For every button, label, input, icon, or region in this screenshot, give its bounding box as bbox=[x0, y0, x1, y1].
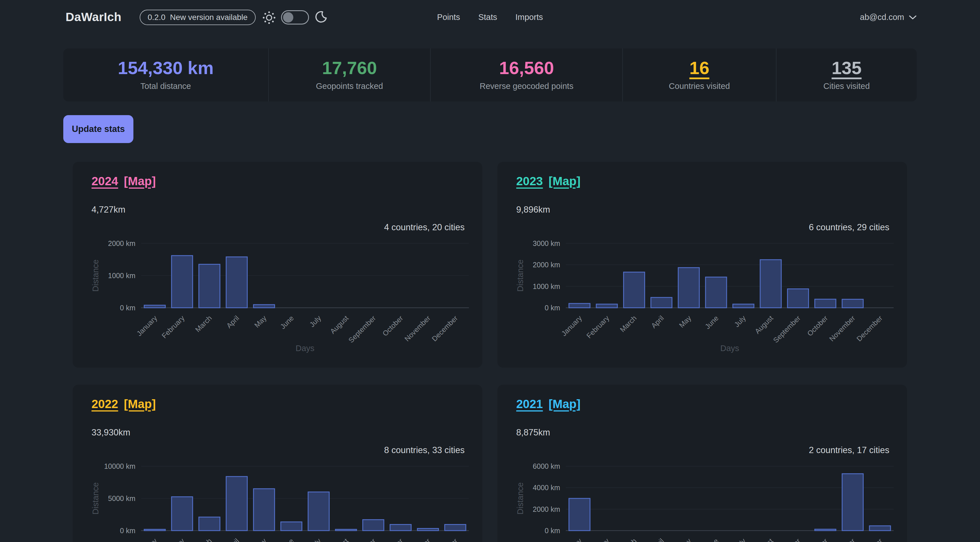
year-card-2023: 2023 [Map] 9,896km 6 countries, 29 citie… bbox=[497, 162, 907, 367]
top-navbar: DaWarIch 0.2.0 New version available Poi… bbox=[0, 0, 980, 34]
svg-text:September: September bbox=[772, 537, 802, 542]
svg-text:March: March bbox=[194, 537, 213, 542]
stat-countries: 16 Countries visited bbox=[622, 48, 776, 102]
user-email: ab@cd.com bbox=[860, 13, 904, 22]
year-summary: 4 countries, 20 cities bbox=[384, 222, 465, 232]
svg-text:November: November bbox=[403, 537, 431, 542]
svg-text:May: May bbox=[678, 537, 693, 542]
svg-text:0 km: 0 km bbox=[120, 527, 135, 535]
year-link[interactable]: 2023 bbox=[516, 175, 543, 188]
svg-text:Distance: Distance bbox=[91, 260, 100, 292]
version-number: 0.2.0 bbox=[148, 13, 165, 22]
update-stats-button[interactable]: Update stats bbox=[63, 115, 134, 143]
svg-text:6000 km: 6000 km bbox=[533, 462, 560, 470]
map-link[interactable]: [Map] bbox=[124, 175, 156, 188]
svg-text:February: February bbox=[585, 537, 611, 542]
svg-text:April: April bbox=[650, 314, 665, 330]
stat-countries-label: Countries visited bbox=[669, 81, 730, 91]
svg-text:December: December bbox=[855, 537, 884, 542]
version-badge[interactable]: 0.2.0 New version available bbox=[140, 10, 256, 25]
svg-text:5000 km: 5000 km bbox=[108, 494, 135, 502]
svg-text:Days: Days bbox=[720, 344, 739, 353]
version-text: New version available bbox=[170, 13, 247, 22]
svg-text:May: May bbox=[253, 537, 268, 542]
svg-text:Days: Days bbox=[296, 344, 314, 353]
year-link[interactable]: 2021 bbox=[516, 397, 543, 411]
year-bar-chart: 6000 km4000 km2000 km0 kmJanuaryFebruary… bbox=[505, 455, 899, 542]
map-link[interactable]: [Map] bbox=[549, 397, 581, 411]
stats-strip: 154,330 km Total distance 17,760 Geopoin… bbox=[63, 48, 917, 102]
svg-text:April: April bbox=[225, 314, 240, 330]
svg-text:4000 km: 4000 km bbox=[533, 483, 560, 491]
svg-text:0 km: 0 km bbox=[545, 304, 560, 312]
svg-text:January: January bbox=[135, 537, 159, 542]
svg-text:July: July bbox=[308, 314, 323, 329]
year-summary: 6 countries, 29 cities bbox=[809, 222, 889, 232]
year-bar-chart: 2000 km1000 km0 kmJanuaryFebruaryMarchAp… bbox=[81, 232, 474, 360]
nav-points[interactable]: Points bbox=[437, 13, 460, 22]
svg-text:June: June bbox=[278, 537, 295, 542]
svg-text:December: December bbox=[430, 314, 459, 343]
svg-text:October: October bbox=[381, 537, 404, 542]
svg-text:March: March bbox=[618, 314, 638, 334]
year-card-title: 2022 [Map] bbox=[92, 397, 156, 411]
svg-text:2000 km: 2000 km bbox=[533, 505, 560, 513]
svg-text:November: November bbox=[403, 314, 431, 343]
svg-text:May: May bbox=[678, 314, 693, 329]
svg-text:November: November bbox=[827, 314, 856, 343]
svg-text:June: June bbox=[703, 537, 720, 542]
year-distance: 4,727km bbox=[92, 205, 126, 215]
svg-text:1000 km: 1000 km bbox=[108, 272, 135, 280]
svg-text:0 km: 0 km bbox=[120, 304, 135, 312]
svg-text:3000 km: 3000 km bbox=[533, 239, 560, 247]
svg-text:June: June bbox=[703, 314, 720, 331]
stat-total-distance-label: Total distance bbox=[140, 81, 191, 91]
svg-text:August: August bbox=[328, 537, 350, 542]
svg-text:May: May bbox=[253, 314, 268, 329]
year-card-2022: 2022 [Map] 33,930km 8 countries, 33 citi… bbox=[73, 385, 482, 542]
svg-text:January: January bbox=[560, 537, 584, 542]
moon-icon bbox=[313, 10, 328, 25]
map-link[interactable]: [Map] bbox=[549, 175, 581, 188]
year-card-title: 2021 [Map] bbox=[516, 397, 581, 411]
chevron-down-icon bbox=[909, 15, 917, 20]
app-logo[interactable]: DaWarIch bbox=[65, 10, 121, 24]
svg-text:March: March bbox=[194, 314, 213, 334]
svg-text:October: October bbox=[805, 537, 829, 542]
stat-cities-value-link[interactable]: 135 bbox=[832, 59, 861, 77]
svg-text:February: February bbox=[160, 314, 186, 340]
stat-reverse-geocoded-label: Reverse geocoded points bbox=[480, 81, 574, 91]
year-distance: 33,930km bbox=[92, 428, 130, 438]
map-link[interactable]: [Map] bbox=[124, 397, 156, 411]
svg-text:October: October bbox=[381, 314, 404, 338]
nav-imports[interactable]: Imports bbox=[515, 13, 543, 22]
svg-text:August: August bbox=[753, 537, 775, 542]
year-link[interactable]: 2024 bbox=[92, 175, 118, 188]
year-link[interactable]: 2022 bbox=[92, 397, 118, 411]
svg-text:June: June bbox=[278, 314, 295, 331]
svg-text:Distance: Distance bbox=[515, 260, 525, 292]
nav-stats[interactable]: Stats bbox=[478, 13, 497, 22]
svg-text:April: April bbox=[650, 537, 665, 542]
svg-text:April: April bbox=[225, 537, 240, 542]
svg-text:August: August bbox=[328, 314, 350, 335]
stat-total-distance: 154,330 km Total distance bbox=[63, 48, 268, 102]
year-card-2024: 2024 [Map] 4,727km 4 countries, 20 citie… bbox=[73, 162, 482, 367]
svg-text:March: March bbox=[618, 537, 638, 542]
svg-text:July: July bbox=[308, 537, 323, 542]
svg-text:August: August bbox=[753, 314, 775, 335]
year-bar-chart: 3000 km2000 km1000 km0 kmJanuaryFebruary… bbox=[505, 232, 899, 360]
theme-toggle[interactable] bbox=[281, 10, 309, 24]
user-menu[interactable]: ab@cd.com bbox=[860, 13, 917, 22]
svg-text:September: September bbox=[772, 314, 802, 344]
year-distance: 9,896km bbox=[516, 205, 550, 215]
svg-text:February: February bbox=[585, 314, 611, 340]
year-card-title: 2024 [Map] bbox=[92, 175, 156, 188]
svg-text:January: January bbox=[560, 314, 584, 337]
stat-countries-value-link[interactable]: 16 bbox=[689, 59, 709, 77]
svg-text:February: February bbox=[160, 537, 186, 542]
svg-text:November: November bbox=[827, 537, 856, 542]
stat-reverse-geocoded: 16,560 Reverse geocoded points bbox=[430, 48, 622, 102]
stat-reverse-geocoded-value: 16,560 bbox=[499, 59, 554, 77]
svg-text:Distance: Distance bbox=[515, 482, 525, 515]
